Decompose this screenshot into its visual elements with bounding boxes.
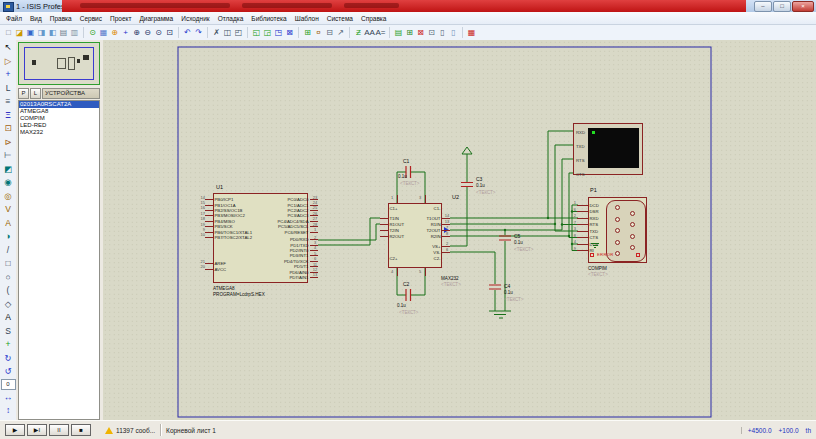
pin-number: 13 xyxy=(442,219,452,224)
pin-number: 20 xyxy=(195,264,205,269)
pin-number: 7 xyxy=(569,220,576,225)
component-program-property: PROGRAM=LcdrpS.HEX xyxy=(213,292,265,297)
component-text-placeholder: <ТЕКСТ> xyxy=(441,282,461,287)
power-terminal[interactable] xyxy=(462,147,472,156)
u2-vs-pins: VS+2VS-6 xyxy=(388,243,450,255)
c3-text: <ТЕКСТ> xyxy=(476,190,495,195)
active-sheet-label: Корневой лист 1 xyxy=(166,427,216,434)
pin-label: RTS xyxy=(575,153,585,167)
c4-ref[interactable]: C4 xyxy=(504,283,510,289)
pin-number: 1 xyxy=(569,200,576,205)
pin-stub: 6 xyxy=(442,252,450,253)
ground-terminal[interactable] xyxy=(489,311,511,318)
pin-stub: 18 xyxy=(205,221,213,222)
component-ref: U2 xyxy=(452,194,459,200)
coordinate-units: th xyxy=(806,427,811,434)
pin-number: 5 xyxy=(310,251,320,256)
pin-label: PC2/ADC2 xyxy=(286,208,310,213)
pin-stub xyxy=(425,268,426,276)
pin-label: TXD xyxy=(575,139,585,153)
pin-stub: 17 xyxy=(205,215,213,216)
pin-stub xyxy=(425,195,426,203)
pin-number: 2 xyxy=(442,241,452,246)
pin-label: C1+ xyxy=(388,206,399,211)
c3-ref[interactable]: C3 xyxy=(476,176,482,182)
pin-label: VS+ xyxy=(431,244,442,249)
pin-label: PD4/T0/XCK xyxy=(282,259,310,264)
c3-value: 0.1u xyxy=(476,183,485,188)
pin-label: CTS xyxy=(575,167,585,181)
pin-label: PD2/INT0 xyxy=(288,248,310,253)
c5-value: 0.1u xyxy=(514,240,523,245)
db9-hole xyxy=(630,245,635,250)
pin-label: T2OUT xyxy=(425,228,442,233)
pin-stub: 3 xyxy=(577,231,588,232)
pin-stub xyxy=(380,224,388,225)
pin-number: 24 xyxy=(310,200,320,205)
c4-text: <ТЕКСТ> xyxy=(504,297,523,302)
statusbar-separator xyxy=(160,424,161,436)
simulation-controls: ▶ ▶I II ■ xyxy=(5,424,93,436)
pin-label: TXD xyxy=(588,229,600,234)
coordinate-y: +100.0 xyxy=(779,427,799,434)
stop-button[interactable]: ■ xyxy=(71,424,91,436)
pin-stub: 14 xyxy=(205,199,213,200)
pause-button[interactable]: II xyxy=(49,424,69,436)
c1-text: <ТЕКСТ> xyxy=(400,181,419,186)
db9-hole xyxy=(630,222,635,227)
terminal-screen xyxy=(588,128,639,168)
pin-number: 10 xyxy=(195,232,205,237)
component-u1-atmega8[interactable]: U1 14PB0/ICP115PB1/OC1A16PB2/SS/OC1B17PB… xyxy=(196,193,326,303)
pin-stub: 20 xyxy=(205,269,213,270)
pin-stub: 9 xyxy=(205,232,213,233)
pin-number: 23 xyxy=(310,195,320,200)
component-p1-compim[interactable]: P1 1DCD6DSR2RXD7RTS3TXD8CTS4DTR9RI ERROR xyxy=(570,185,654,281)
pin-stub: 2 xyxy=(577,218,588,219)
pin-stub xyxy=(397,195,398,203)
statusbar: ▶ ▶I II ■ 11397 сооб... Корневой лист 1 … xyxy=(0,420,816,439)
pin-row[interactable]: R2IN8 xyxy=(388,233,450,239)
pin-label: PC6/RESET xyxy=(283,230,310,235)
pin-row[interactable]: PC6/RESET1 xyxy=(213,229,318,234)
pin-stub: 1 xyxy=(310,232,318,233)
c2-ref[interactable]: C2 xyxy=(403,281,409,287)
pin-number: 3 xyxy=(419,195,421,200)
pin-label: PD7/AIN1 xyxy=(288,275,310,280)
pin-stub: 7 xyxy=(577,224,588,225)
pin-stub: 8 xyxy=(442,236,450,237)
pin-number: 8 xyxy=(569,233,576,238)
pin-row[interactable]: PD7/AIN113 xyxy=(213,275,318,280)
pin-label: PC5/ADC5/SCL xyxy=(276,224,310,229)
terminal-cursor xyxy=(592,131,595,134)
pin-label: CTS xyxy=(588,235,600,240)
c1-ref[interactable]: C1 xyxy=(403,158,409,164)
play-button[interactable]: ▶ xyxy=(5,424,25,436)
pin-label: PD1/TXD xyxy=(289,243,310,248)
message-count[interactable]: 11397 сооб... xyxy=(116,427,155,434)
pin-number: 8 xyxy=(442,231,452,236)
db9-hole xyxy=(615,251,620,256)
pin-number: 4 xyxy=(310,245,320,250)
pin-number: 11 xyxy=(310,262,320,267)
pin-number: 7 xyxy=(442,225,452,230)
pin-number: 5 xyxy=(419,269,421,274)
pin-number: 6 xyxy=(442,247,452,252)
c5-ref[interactable]: C5 xyxy=(514,233,520,239)
pin-label: PD5/T1 xyxy=(292,264,310,269)
pin-stub: 15 xyxy=(205,205,213,206)
pin-stub: 9 xyxy=(577,250,588,251)
pin-stub xyxy=(380,236,388,237)
pin-number: 28 xyxy=(310,222,320,227)
component-ref: U1 xyxy=(216,184,223,190)
db9-hole xyxy=(615,228,620,233)
c2-text: <ТЕКСТ> xyxy=(399,310,418,315)
component-u2-max232[interactable]: U2 1 3 4 5 C1+ C1- T1INR1OUTT2INR2OUT T1… xyxy=(380,193,480,293)
step-button[interactable]: ▶I xyxy=(27,424,47,436)
pin-stub: 6 xyxy=(577,211,588,212)
db9-hole xyxy=(615,217,620,222)
c4-value: 0.1u xyxy=(504,290,513,295)
pin-number: 9 xyxy=(195,227,205,232)
virtual-terminal[interactable]: RXDTXDRTSCTS xyxy=(573,123,643,175)
pin-stub: 16 xyxy=(205,210,213,211)
c5-text: <ТЕКСТ> xyxy=(514,247,533,252)
